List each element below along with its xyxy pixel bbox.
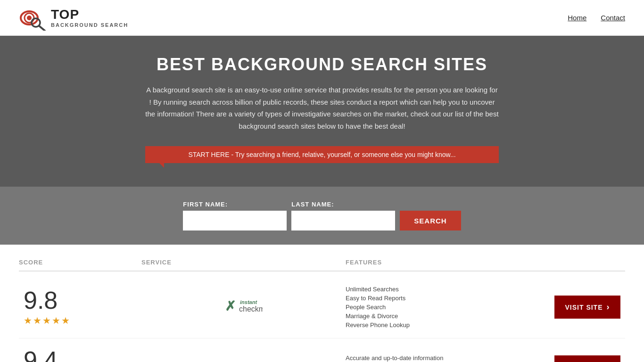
last-name-input[interactable] [291,211,395,230]
search-button[interactable]: SEARCH [400,211,461,230]
hero-description: A background search site is an easy-to-u… [145,84,499,132]
feature-2-1: Accurate and up-to-date information [346,354,550,362]
search-prompt: START HERE - Try searching a friend, rel… [145,146,499,163]
hero-title: BEST BACKGROUND SEARCH SITES [9,55,635,74]
service-cell-2: People Looker [141,354,346,362]
table-row: 9.8 ★ ★ ★ ★ ★ ✗ instant checkmate [19,276,625,338]
results-section: SCORE SERVICE FEATURES 9.8 ★ ★ ★ ★ ★ ✗ [0,245,644,362]
feature-1-3: People Search [346,304,550,311]
star-1: ★ [24,315,32,326]
star-2: ★ [33,315,41,326]
search-button-label: SEARCH [414,217,446,225]
score-number-1: 9.8 [24,288,58,313]
peoplelooker-logo-svg: People Looker [206,354,281,362]
visit-button-1[interactable]: VISIT SITE › [554,296,620,319]
logo: TOP BACKGROUND SEARCH [19,5,128,31]
features-cell-1: Unlimited Searches Easy to Read Reports … [346,286,550,329]
logo-sub-text: BACKGROUND SEARCH [51,22,128,28]
feature-1-4: Marriage & Divorce [346,313,550,320]
svg-point-3 [27,16,32,20]
score-cell-1: 9.8 ★ ★ ★ ★ ★ [19,288,141,326]
col-score: SCORE [19,259,141,266]
last-name-group: LAST NAME: [291,201,395,230]
logo-text: TOP BACKGROUND SEARCH [51,8,128,28]
star-4: ★ [52,315,60,326]
visit-arrow-1: › [607,302,610,312]
col-service: SERVICE [141,259,346,266]
main-nav: Home Contact [568,14,625,22]
visit-cell-1: VISIT SITE › [550,296,625,319]
feature-1-5: Reverse Phone Lookup [346,321,550,329]
feature-1-2: Easy to Read Reports [346,295,550,302]
col-action [550,259,625,266]
logo-top-text: TOP [51,8,128,22]
nav-home[interactable]: Home [568,14,586,22]
visit-button-1-label: VISIT SITE [565,304,603,311]
visit-cell-2: VISIT SITE › [550,355,625,362]
first-name-label: FIRST NAME: [183,201,287,208]
svg-line-5 [39,26,45,31]
search-box-area: FIRST NAME: LAST NAME: SEARCH [0,187,644,245]
star-3: ★ [42,315,51,326]
svg-text:Looker: Looker [250,360,281,362]
nav-contact[interactable]: Contact [601,14,625,22]
first-name-group: FIRST NAME: [183,201,287,230]
feature-1-1: Unlimited Searches [346,286,550,293]
service-cell-1: ✗ instant checkmate [141,296,346,319]
site-header: TOP BACKGROUND SEARCH Home Contact [0,0,644,36]
table-header: SCORE SERVICE FEATURES [19,254,625,272]
checkmate-logo: ✗ instant checkmate [225,296,263,319]
star-5-half: ★ [61,315,70,326]
hero-section: BEST BACKGROUND SEARCH SITES A backgroun… [0,36,644,187]
checkmate-logo-svg: ✗ instant checkmate [225,296,263,319]
score-cell-2: 9.4 ★ ★ ★ ★ ★ [19,348,141,362]
svg-text:instant: instant [240,299,257,305]
score-number-2: 9.4 [24,348,58,362]
svg-text:✗: ✗ [225,299,236,313]
search-form: FIRST NAME: LAST NAME: SEARCH [145,201,499,230]
features-cell-2: Accurate and up-to-date information Unli… [346,354,550,362]
table-row: 9.4 ★ ★ ★ ★ ★ People Looker Accurate and… [19,338,625,362]
svg-text:People: People [206,360,249,362]
first-name-input[interactable] [183,211,287,230]
last-name-label: LAST NAME: [291,201,395,208]
logo-icon [19,5,47,31]
svg-text:checkmate: checkmate [239,305,263,313]
visit-button-2[interactable]: VISIT SITE › [554,355,620,362]
col-features: FEATURES [346,259,550,266]
peoplelooker-logo: People Looker [206,354,281,362]
stars-1: ★ ★ ★ ★ ★ [24,315,70,326]
